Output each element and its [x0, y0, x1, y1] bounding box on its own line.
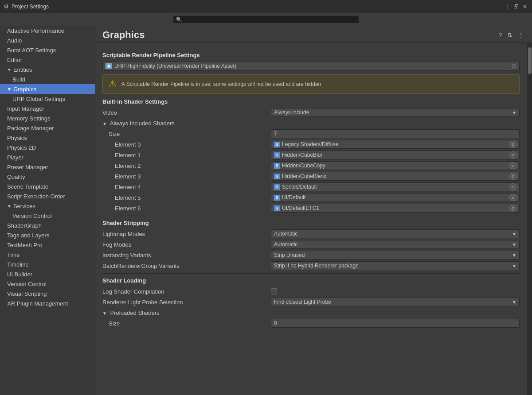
stripping-dropdown-batch-renderer[interactable]: Strip if no Hybrid Renderer package▼ [271, 261, 520, 270]
divider-1 [102, 216, 520, 216]
sidebar-item-label-tags-layers: Tags and Layers [7, 232, 49, 239]
shader-circle-btn-element0[interactable]: ⊙ [509, 141, 516, 148]
shader-stripping-header: Shader Stripping [102, 220, 520, 226]
shader-element-row-element4: Element 4SSprites/Default⊙ [102, 182, 520, 192]
page-title: Graphics [102, 29, 145, 41]
close-icon[interactable]: ✕ [521, 3, 528, 10]
stripping-dropdown-arrow-batch-renderer: ▼ [512, 263, 516, 268]
sidebar-item-script-execution[interactable]: Script Execution Order [0, 191, 95, 201]
video-dropdown-arrow: ▼ [512, 110, 516, 115]
sidebar-item-tags-layers[interactable]: Tags and Layers [0, 230, 95, 240]
shader-name-element4: Sprites/Default [282, 184, 509, 190]
asset-clear-btn[interactable]: ⊙ [511, 62, 516, 70]
sidebar-item-timeline[interactable]: Timeline [0, 259, 95, 269]
sidebar-item-version-control-sub[interactable]: Version Control [0, 211, 95, 221]
sidebar-item-visual-scripting[interactable]: Visual Scripting [0, 289, 95, 298]
shader-name-element0: Legacy Shaders/Diffuse [282, 141, 509, 147]
shader-element-value-element2: SHidden/CubeCopy⊙ [271, 161, 520, 170]
sidebar-item-audio[interactable]: Audio [0, 35, 95, 45]
search-input-wrapper[interactable]: 🔍 [173, 15, 359, 24]
stripping-label-instancing-variants: Instancing Variants [102, 252, 271, 259]
sidebar-item-textmesh-pro[interactable]: TextMesh Pro [0, 240, 95, 250]
sidebar-item-ui-builder[interactable]: UI Builder [0, 269, 95, 279]
shader-row-element5[interactable]: SUI/Default⊙ [271, 193, 520, 202]
stripping-value-fog-modes: Automatic▼ [271, 240, 520, 249]
stripping-dropdown-arrow-fog-modes: ▼ [512, 242, 516, 247]
shader-circle-btn-element4[interactable]: ⊙ [509, 183, 516, 190]
stripping-label-fog-modes: Fog Modes [102, 241, 271, 248]
scrollbar-thumb[interactable] [528, 47, 532, 74]
shader-element-label-element4: Element 4 [102, 184, 271, 190]
shader-element-label-element3: Element 3 [102, 173, 271, 180]
search-bar: 🔍 [0, 13, 532, 26]
shader-element-value-element4: SSprites/Default⊙ [271, 182, 520, 191]
shader-row-element2[interactable]: SHidden/CubeCopy⊙ [271, 161, 520, 170]
sidebar-item-quality[interactable]: Quality [0, 172, 95, 182]
sidebar-item-scene-template[interactable]: Scene Template [0, 182, 95, 191]
preloaded-size-input[interactable]: 0 [271, 319, 520, 328]
sidebar-item-label-audio: Audio [7, 37, 22, 44]
sidebar-item-burst-aot[interactable]: Burst AOT Settings [0, 45, 95, 55]
sidebar-item-graphics[interactable]: ▼Graphics [0, 84, 95, 94]
stripping-dropdown-instancing-variants[interactable]: Strip Unused▼ [271, 251, 520, 259]
always-included-row: ▼ Always Included Shaders [102, 118, 520, 128]
help-icon[interactable]: ? [497, 31, 503, 39]
search-input[interactable] [184, 16, 356, 23]
log-compilation-checkbox[interactable] [271, 288, 277, 294]
preloaded-size-label: Size [102, 320, 271, 327]
shader-row-element4[interactable]: SSprites/Default⊙ [271, 182, 520, 191]
shader-circle-btn-element5[interactable]: ⊙ [509, 194, 516, 201]
sidebar-item-input-manager[interactable]: Input Manager [0, 104, 95, 113]
video-field-row: Video Always include ▼ [102, 108, 520, 117]
shader-row-element0[interactable]: SLegacy Shaders/Diffuse⊙ [271, 140, 520, 149]
sidebar-item-player[interactable]: Player [0, 152, 95, 162]
sidebar-item-label-player: Player [7, 154, 23, 161]
sidebar-item-entities-build[interactable]: Build [0, 74, 95, 84]
sidebar-item-label-preset-manager: Preset Manager [7, 164, 48, 170]
more-options-icon[interactable]: ⋮ [504, 3, 511, 10]
sidebar-item-label-package-manager: Package Manager [7, 125, 54, 132]
window-title: Project Settings [12, 4, 49, 10]
stripping-dropdown-label-batch-renderer: Strip if no Hybrid Renderer package [274, 263, 359, 269]
shader-element-value-element3: SHidden/CubeBlend⊙ [271, 172, 520, 181]
sidebar-item-urp-global[interactable]: URP Global Settings [0, 94, 95, 104]
shader-circle-btn-element1[interactable]: ⊙ [509, 151, 516, 159]
sidebar-item-physics-2d[interactable]: Physics 2D [0, 143, 95, 152]
preloaded-shaders-row: ▼ Preloaded Shaders [102, 308, 520, 318]
sidebar-item-package-manager[interactable]: Package Manager [0, 123, 95, 133]
scrollbar-track[interactable] [527, 43, 532, 395]
srp-asset-selector[interactable]: ◈ URP-HighFidelity (Universal Render Pip… [102, 61, 520, 71]
video-dropdown[interactable]: Always include ▼ [271, 108, 520, 117]
sidebar-item-services[interactable]: ▼Services [0, 201, 95, 211]
size-label: Size [102, 131, 271, 137]
always-included-arrow: ▼ [102, 121, 107, 126]
sidebar-item-preset-manager[interactable]: Preset Manager [0, 162, 95, 172]
light-probe-dropdown[interactable]: Find closest Light Probe ▼ [271, 298, 520, 306]
shader-circle-btn-element3[interactable]: ⊙ [509, 173, 516, 180]
menu-icon[interactable]: ⋮ [517, 31, 525, 39]
sidebar-item-physics[interactable]: Physics [0, 133, 95, 143]
shader-row-element3[interactable]: SHidden/CubeBlend⊙ [271, 172, 520, 181]
stripping-dropdown-fog-modes[interactable]: Automatic▼ [271, 240, 520, 249]
stripping-row-batch-renderer: BatchRendererGroup VariantsStrip if no H… [102, 261, 520, 271]
sidebar-item-time[interactable]: Time [0, 250, 95, 259]
sidebar-item-entities[interactable]: ▼Entities [0, 65, 95, 74]
shader-circle-btn-element6[interactable]: ⊙ [509, 205, 516, 212]
shader-s-icon-element2: S [274, 163, 280, 169]
shader-row-element1[interactable]: SHidden/CubeBlur⊙ [271, 151, 520, 159]
sidebar-item-adaptive-performance[interactable]: Adaptive Performance [0, 26, 95, 35]
sidebar-item-memory-settings[interactable]: Memory Settings [0, 113, 95, 123]
size-field-row: Size 7 [102, 129, 520, 139]
sidebar-item-version-control[interactable]: Version Control [0, 279, 95, 289]
size-input[interactable]: 7 [271, 129, 520, 138]
shader-row-element6[interactable]: SUI/DefaultETC1⊙ [271, 204, 520, 213]
sidebar-item-xr-plugin[interactable]: XR Plugin Management [0, 298, 95, 308]
sidebar-item-editor[interactable]: Editor [0, 55, 95, 65]
sidebar-item-shader-graph[interactable]: ShaderGraph [0, 221, 95, 230]
shader-circle-btn-element2[interactable]: ⊙ [509, 162, 516, 169]
stripping-dropdown-lightmap-modes[interactable]: Automatic▼ [271, 229, 520, 238]
shader-element-value-element6: SUI/DefaultETC1⊙ [271, 204, 520, 213]
sidebar-item-label-entities: Entities [13, 66, 32, 73]
layout-icon[interactable]: ⇅ [506, 31, 513, 39]
maximize-icon[interactable]: 🗗 [512, 3, 520, 10]
